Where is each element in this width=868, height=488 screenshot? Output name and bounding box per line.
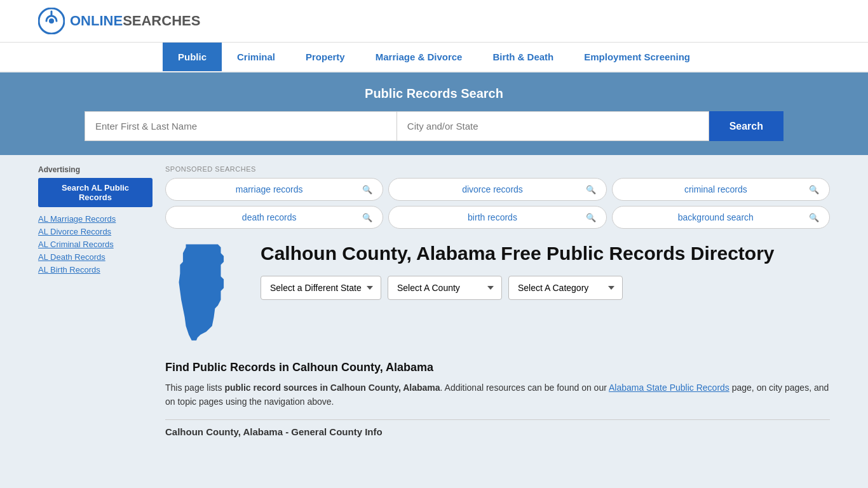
sponsored-item-5[interactable]: background search 🔍 — [612, 206, 830, 229]
search-icon-1: 🔍 — [586, 185, 596, 194]
sidebar-link-marriage[interactable]: AL Marriage Records — [38, 214, 116, 224]
sponsored-item-2[interactable]: criminal records 🔍 — [612, 178, 830, 201]
sponsored-item-text-3: death records — [176, 212, 362, 222]
find-desc-bold: public record sources in Calhoun County,… — [224, 383, 440, 393]
search-button[interactable]: Search — [709, 111, 783, 141]
sponsored-item-text-4: birth records — [399, 212, 585, 222]
search-icon-4: 🔍 — [586, 213, 596, 222]
nav-item-birth-death[interactable]: Birth & Death — [477, 43, 569, 71]
nav-item-marriage-divorce[interactable]: Marriage & Divorce — [360, 43, 478, 71]
sidebar-link-criminal[interactable]: AL Criminal Records — [38, 240, 114, 249]
logo-text: ONLINESEARCHES — [70, 13, 200, 29]
sponsored-item-text-5: background search — [623, 212, 809, 222]
search-icon-3: 🔍 — [362, 213, 372, 222]
sidebar-links: AL Marriage Records AL Divorce Records A… — [38, 214, 153, 274]
dropdowns-row: Select a Different State Select A County… — [261, 276, 830, 300]
category-dropdown[interactable]: Select A Category — [508, 276, 623, 300]
alabama-map-svg — [165, 241, 241, 346]
find-title: Find Public Records in Calhoun County, A… — [165, 361, 830, 374]
nav-item-criminal[interactable]: Criminal — [222, 43, 290, 71]
sidebar: Advertising Search AL Public Records AL … — [38, 155, 165, 447]
logo[interactable]: ONLINESEARCHES — [38, 8, 200, 34]
sponsored-grid: marriage records 🔍 divorce records 🔍 cri… — [165, 178, 830, 229]
search-icon-5: 🔍 — [809, 213, 819, 222]
sidebar-link-death[interactable]: AL Death Records — [38, 252, 105, 262]
find-description: This page lists public record sources in… — [165, 381, 830, 409]
search-row: Search — [85, 111, 783, 141]
state-dropdown[interactable]: Select a Different State — [261, 276, 381, 300]
sponsored-item-3[interactable]: death records 🔍 — [165, 206, 383, 229]
content-area: SPONSORED SEARCHES marriage records 🔍 di… — [165, 155, 830, 447]
sidebar-link-birth[interactable]: AL Birth Records — [38, 265, 100, 274]
sponsored-label: SPONSORED SEARCHES — [165, 165, 830, 173]
find-section: Find Public Records in Calhoun County, A… — [165, 361, 830, 437]
nav-item-property[interactable]: Property — [290, 43, 360, 71]
sidebar-ad-label: Advertising — [38, 165, 153, 174]
sponsored-item-0[interactable]: marriage records 🔍 — [165, 178, 383, 201]
header: ONLINESEARCHES — [0, 0, 868, 43]
sponsored-item-1[interactable]: divorce records 🔍 — [388, 178, 606, 201]
section-divider — [165, 419, 830, 420]
search-banner: Public Records Search Search — [0, 72, 868, 155]
sidebar-search-al-button[interactable]: Search AL Public Records — [38, 178, 153, 207]
county-dropdown[interactable]: Select A County — [388, 276, 502, 300]
svg-point-1 — [49, 18, 54, 24]
search-icon-2: 🔍 — [809, 185, 819, 194]
county-section: Calhoun County, Alabama Free Public Reco… — [165, 241, 830, 348]
sponsored-item-text-2: criminal records — [623, 184, 809, 194]
main-content: Advertising Search AL Public Records AL … — [0, 155, 868, 447]
main-nav: Public Criminal Property Marriage & Divo… — [0, 43, 868, 72]
search-banner-title: Public Records Search — [38, 86, 830, 101]
sponsored-item-4[interactable]: birth records 🔍 — [388, 206, 606, 229]
county-title-area: Calhoun County, Alabama Free Public Reco… — [261, 241, 830, 300]
nav-item-employment[interactable]: Employment Screening — [569, 43, 705, 71]
find-desc-link[interactable]: Alabama State Public Records — [609, 383, 729, 393]
nav-item-public[interactable]: Public — [163, 43, 222, 71]
name-search-input[interactable] — [85, 111, 397, 141]
logo-icon — [38, 8, 65, 34]
county-title: Calhoun County, Alabama Free Public Reco… — [261, 241, 830, 266]
sidebar-link-divorce[interactable]: AL Divorce Records — [38, 227, 111, 236]
general-info-heading: Calhoun County, Alabama - General County… — [165, 426, 830, 437]
alabama-path — [179, 245, 224, 341]
find-desc-mid: . Additional resources can be found on o… — [440, 383, 609, 393]
sponsored-item-text-0: marriage records — [176, 184, 362, 194]
find-desc-prefix: This page lists — [165, 383, 224, 393]
location-search-input[interactable] — [397, 111, 709, 141]
state-map — [165, 241, 248, 348]
sponsored-item-text-1: divorce records — [399, 184, 585, 194]
search-icon-0: 🔍 — [362, 185, 372, 194]
